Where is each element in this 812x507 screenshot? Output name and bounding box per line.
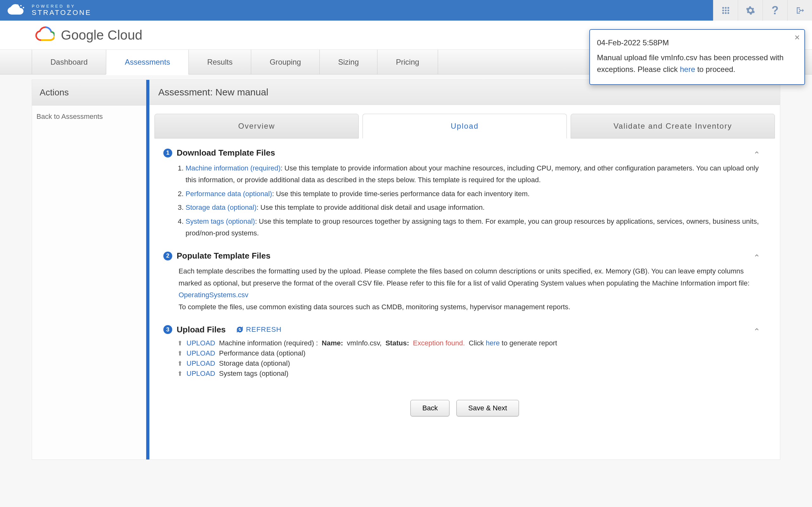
- logout-icon[interactable]: [787, 0, 812, 20]
- upload-desc: Performance data (optional): [219, 349, 305, 357]
- nav-sizing[interactable]: Sizing: [319, 50, 377, 74]
- name-label: Name:: [322, 339, 343, 347]
- name-value: vmInfo.csv,: [347, 339, 382, 347]
- system-tags-link[interactable]: System tags (optional): [186, 217, 255, 225]
- chevron-up-icon[interactable]: ⌃: [753, 253, 760, 263]
- google-cloud-logo: Google Cloud: [35, 25, 142, 45]
- svg-point-5: [722, 7, 724, 9]
- section-upload-files: ⌃ 3 Upload Files REFRESH ⬆ UPLOAD Machin…: [163, 325, 766, 378]
- brand-name: STRATOZONE: [32, 9, 91, 16]
- upload-icon: ⬆: [177, 370, 183, 377]
- svg-point-2: [17, 4, 18, 5]
- performance-data-link[interactable]: Performance data (optional): [186, 190, 272, 198]
- section-populate-templates: ⌃ 2 Populate Template Files Each templat…: [163, 251, 766, 313]
- operating-systems-csv-link[interactable]: OperatingSystems.csv: [179, 291, 248, 299]
- back-button[interactable]: Back: [410, 400, 450, 416]
- step-badge: 2: [163, 251, 172, 261]
- nav-pricing[interactable]: Pricing: [377, 50, 438, 74]
- main-panel: Assessment: New manual Overview Upload V…: [149, 80, 780, 459]
- upload-icon: ⬆: [177, 349, 183, 357]
- footer-buttons: Back Save & Next: [163, 400, 766, 416]
- upload-icon: ⬆: [177, 339, 183, 347]
- svg-point-1: [14, 5, 15, 6]
- toast-timestamp: 04-Feb-2022 5:58PM: [597, 37, 794, 49]
- template-item: Machine information (required): Use this…: [186, 162, 766, 186]
- google-cloud-text: Google Cloud: [61, 27, 142, 43]
- chevron-up-icon[interactable]: ⌃: [753, 150, 760, 160]
- upload-icon: ⬆: [177, 360, 183, 367]
- populate-paragraph-2: To complete the files, use common existi…: [163, 301, 766, 313]
- tab-validate[interactable]: Validate and Create Inventory: [571, 114, 775, 138]
- section-title: Populate Template Files: [177, 251, 270, 261]
- toast-message: Manual upload file vmInfo.csv has been p…: [597, 52, 794, 75]
- gear-icon[interactable]: [738, 0, 763, 20]
- upload-row: ⬆ UPLOAD Storage data (optional): [177, 359, 766, 368]
- refresh-icon: [236, 326, 244, 333]
- accent-bar: [146, 80, 149, 459]
- svg-point-3: [20, 5, 21, 6]
- storage-data-link[interactable]: Storage data (optional): [186, 204, 257, 211]
- help-icon[interactable]: ?: [763, 0, 787, 20]
- upload-row: ⬆ UPLOAD Machine information (required) …: [177, 339, 766, 347]
- topbar: POWERED BY STRATOZONE ?: [0, 0, 812, 20]
- sidebar-back-link[interactable]: Back to Assessments: [32, 106, 146, 128]
- upload-row: ⬆ UPLOAD System tags (optional): [177, 370, 766, 378]
- notification-toast: ✕ 04-Feb-2022 5:58PM Manual upload file …: [589, 29, 805, 85]
- step-badge: 1: [163, 149, 172, 158]
- template-item: Performance data (optional): Use this te…: [186, 188, 766, 200]
- svg-point-4: [23, 7, 24, 8]
- nav-grouping[interactable]: Grouping: [251, 50, 319, 74]
- brand: POWERED BY STRATOZONE: [6, 4, 91, 17]
- nav-dashboard[interactable]: Dashboard: [32, 50, 106, 74]
- subtabs: Overview Upload Validate and Create Inve…: [149, 105, 780, 138]
- svg-point-0: [11, 6, 12, 7]
- google-cloud-icon: [35, 25, 55, 45]
- generate-report-link[interactable]: here: [486, 339, 500, 347]
- template-item: Storage data (optional): Use this templa…: [186, 202, 766, 213]
- svg-point-11: [722, 12, 724, 14]
- tab-upload[interactable]: Upload: [362, 114, 567, 138]
- machine-info-link[interactable]: Machine information (required): [186, 164, 281, 172]
- upload-button[interactable]: UPLOAD: [187, 359, 215, 368]
- svg-point-8: [722, 9, 724, 11]
- sidebar: Actions Back to Assessments: [32, 80, 146, 459]
- svg-point-6: [725, 7, 727, 9]
- upload-button[interactable]: UPLOAD: [187, 370, 215, 378]
- svg-point-12: [725, 12, 727, 14]
- step-badge: 3: [163, 325, 172, 334]
- section-title: Download Template Files: [177, 148, 275, 158]
- populate-paragraph: Each template describes the formatting u…: [163, 265, 766, 301]
- apps-icon[interactable]: [713, 0, 738, 20]
- close-icon[interactable]: ✕: [794, 32, 800, 43]
- tab-overview[interactable]: Overview: [154, 114, 359, 138]
- save-next-button[interactable]: Save & Next: [456, 400, 519, 416]
- nav-assessments[interactable]: Assessments: [106, 50, 189, 74]
- refresh-button[interactable]: REFRESH: [236, 326, 282, 334]
- svg-point-10: [727, 9, 729, 11]
- upload-desc: Machine information (required) :: [219, 339, 318, 347]
- upload-row: ⬆ UPLOAD Performance data (optional): [177, 349, 766, 357]
- chevron-up-icon[interactable]: ⌃: [753, 327, 760, 337]
- upload-button[interactable]: UPLOAD: [187, 349, 215, 357]
- upload-desc: System tags (optional): [219, 370, 288, 378]
- section-title: Upload Files: [177, 325, 226, 335]
- stratozone-cloud-icon: [6, 4, 28, 17]
- svg-point-9: [725, 9, 727, 11]
- upload-desc: Storage data (optional): [219, 359, 290, 368]
- svg-point-7: [727, 7, 729, 9]
- upload-button[interactable]: UPLOAD: [187, 339, 215, 347]
- section-download-templates: ⌃ 1 Download Template Files Machine info…: [163, 148, 766, 239]
- brand-powered-by: POWERED BY: [32, 4, 91, 9]
- nav-results[interactable]: Results: [189, 50, 251, 74]
- status-label: Status:: [386, 339, 409, 347]
- toast-here-link[interactable]: here: [680, 65, 695, 73]
- template-item: System tags (optional): Use this templat…: [186, 216, 766, 239]
- svg-point-13: [727, 12, 729, 14]
- status-value: Exception found.: [413, 339, 465, 347]
- sidebar-title: Actions: [32, 80, 146, 106]
